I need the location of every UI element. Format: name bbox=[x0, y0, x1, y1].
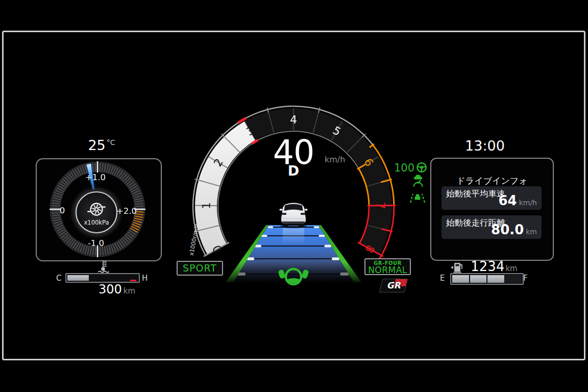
drive-mode-badge: SPORT bbox=[177, 261, 223, 276]
speed-unit: km/h bbox=[325, 155, 345, 164]
fuel-segment-filled bbox=[487, 275, 504, 283]
gear-indicator: D bbox=[283, 164, 304, 178]
coolant-temp-bar bbox=[65, 273, 140, 283]
clock: 13:00 bbox=[449, 138, 521, 154]
coolant-min-label: C bbox=[56, 274, 61, 283]
card-value: 80.0 bbox=[491, 222, 524, 237]
lead-car bbox=[280, 203, 308, 229]
coolant-temp-fill bbox=[67, 275, 89, 281]
coolant-hot-mark bbox=[130, 280, 136, 281]
instrument-cluster: 25°C bbox=[0, 0, 588, 392]
fuel-segment-filled bbox=[452, 275, 469, 283]
cruising-range: 1234km bbox=[458, 259, 530, 274]
outside-temp-unit: °C bbox=[107, 138, 115, 146]
boost-gauge: +1.0 0 +2.0 -1.0 x100kPa bbox=[37, 159, 161, 260]
card-unit: km bbox=[526, 228, 537, 236]
cruise-set-speed: 100 bbox=[394, 162, 414, 174]
car-reflection bbox=[283, 228, 304, 244]
outside-temp-value: 25 bbox=[88, 137, 105, 153]
drive-info-panel: ドライブインフォ 始動後平均車速 64km/h 始動後走行距離 80.0km bbox=[430, 158, 554, 261]
range-value: 1234 bbox=[471, 259, 504, 274]
fuel-segment-empty bbox=[505, 275, 522, 283]
tach-tick-label: 1 bbox=[200, 202, 212, 209]
tach-tick-label: 7 bbox=[374, 202, 387, 209]
radar-cruise-icon bbox=[414, 175, 423, 187]
odometer: 300km bbox=[81, 282, 153, 297]
range-unit: km bbox=[505, 264, 517, 273]
fuel-min-label: E bbox=[440, 274, 445, 283]
fuel-segment-filled bbox=[470, 275, 487, 283]
coolant-temp-icon bbox=[97, 260, 110, 273]
card-label: 始動後平均車速 bbox=[446, 188, 505, 200]
fuel-level-bar bbox=[450, 273, 524, 285]
road-view bbox=[219, 225, 373, 284]
gr-four-badge: GR-FOUR NORMAL bbox=[364, 258, 411, 275]
tach-tick bbox=[194, 179, 200, 181]
odometer-unit: km bbox=[124, 286, 135, 296]
lane-trace-icon bbox=[410, 194, 425, 203]
gr-four-mode: NORMAL bbox=[365, 266, 410, 274]
steering-wheel-icon bbox=[417, 163, 426, 172]
outside-temperature: 25°C bbox=[66, 138, 137, 153]
boost-label-top: +1.0 bbox=[85, 173, 106, 182]
boost-unit: x100kPa bbox=[84, 219, 109, 226]
odometer-value: 300 bbox=[99, 282, 122, 297]
coolant-max-label: H bbox=[142, 274, 148, 283]
boost-gauge-panel: +1.0 0 +2.0 -1.0 x100kPa bbox=[36, 158, 162, 261]
drive-info-title: ドライブインフォ bbox=[431, 175, 553, 187]
card-unit: km/h bbox=[519, 199, 537, 207]
gr-logo-text: GR bbox=[381, 279, 406, 292]
drive-info-card: 始動後走行距離 80.0km bbox=[442, 215, 542, 239]
driver-assist-icons: 100 bbox=[394, 162, 426, 203]
gr-logo: GR bbox=[379, 279, 408, 292]
drive-info-card: 始動後平均車速 64km/h bbox=[442, 186, 542, 210]
tach-tick-label: 4 bbox=[290, 113, 297, 126]
tach-rpm-fill bbox=[195, 121, 256, 254]
boost-label-left: 0 bbox=[60, 206, 65, 215]
fuel-max-label: F bbox=[523, 274, 528, 283]
card-value: 64 bbox=[498, 193, 517, 208]
boost-label-bottom: -1.0 bbox=[88, 238, 104, 248]
